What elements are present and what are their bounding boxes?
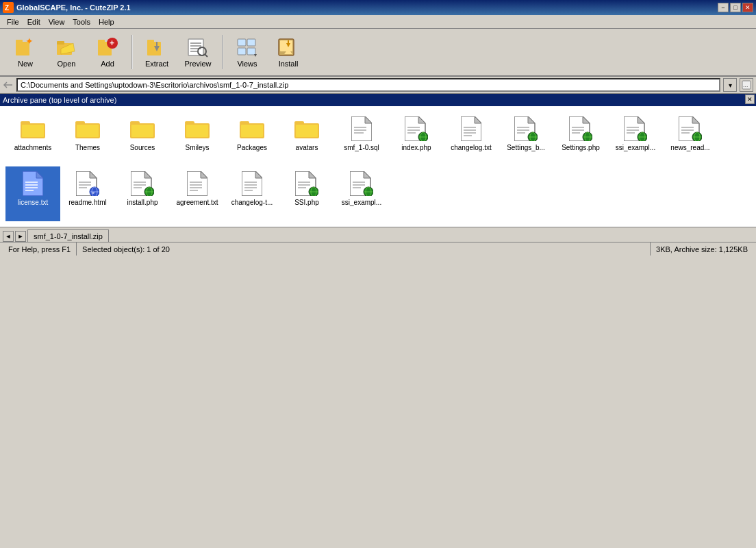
toolbar-open-label: Open (58, 60, 76, 68)
tab-bar: ◄ ► smf_1-0-7_install.zip (0, 227, 756, 242)
menu-bar: File Edit View Tools Help (0, 15, 756, 29)
folder-sources-label: Sources (130, 144, 155, 152)
toolbar-new-button[interactable]: ✦ New (5, 32, 45, 72)
tab-next-button[interactable]: ► (15, 231, 26, 242)
svg-rect-11 (147, 42, 161, 55)
file-changelog-t-label: changelog-t... (231, 199, 273, 207)
file-install-php-label: install.php (127, 199, 158, 207)
menu-edit[interactable]: Edit (23, 16, 45, 27)
file-install-php[interactable]: install.php (115, 166, 170, 221)
file-smf-sql[interactable]: smf_1-0.sql (334, 112, 389, 166)
svg-text:Z: Z (5, 4, 9, 12)
svg-point-81 (583, 132, 592, 141)
file-area: attachments Themes Sources (0, 106, 756, 227)
address-input[interactable] (16, 78, 720, 92)
folder-icon (21, 116, 45, 141)
file-ssi-php[interactable]: SSI.php (279, 166, 334, 221)
file-news-read-label: news_read... (670, 144, 709, 152)
folder-avatars[interactable]: avatars (279, 112, 334, 166)
install-icon (277, 36, 299, 58)
folder-smileys-label: Smileys (185, 144, 209, 152)
toolbar-preview-button[interactable]: Preview (178, 32, 218, 72)
folder-themes[interactable]: Themes (60, 112, 115, 166)
tab-zip-file[interactable]: smf_1-0-7_install.zip (27, 229, 109, 242)
svg-rect-21 (238, 39, 246, 46)
archive-pane-label: Archive pane (top level of archive) (3, 96, 116, 104)
file-changelog-t[interactable]: changelog-t... (225, 166, 279, 221)
folder-attachments-label: attachments (14, 144, 51, 152)
svg-marker-124 (201, 171, 207, 178)
toolbar-install-button[interactable]: Install (268, 32, 308, 72)
file-index-php[interactable]: index.php (389, 112, 444, 166)
tab-prev-button[interactable]: ◄ (3, 231, 14, 242)
file-ssi-expl1[interactable]: ssi_exampl... (608, 112, 663, 166)
folder-icon (130, 116, 155, 141)
file-readme-html[interactable]: e readme.html (60, 166, 115, 221)
file-changelog-txt[interactable]: changelog.txt (444, 112, 499, 166)
svg-point-148 (364, 187, 373, 196)
file-ssi-expl1-label: ssi_exampl... (616, 144, 655, 152)
svg-text:+: + (110, 38, 114, 48)
toolbar-preview-label: Preview (184, 60, 211, 68)
folder-sources[interactable]: Sources (115, 112, 170, 166)
svg-rect-23 (238, 48, 246, 55)
php-file-icon (404, 116, 429, 141)
svg-point-59 (418, 132, 428, 141)
status-size: 3KB, Archive size: 1,125KB (651, 242, 753, 256)
txt-file-icon (459, 116, 483, 141)
file-settings-php[interactable]: Settings.php (553, 112, 608, 166)
svg-rect-26 (280, 40, 292, 51)
file-readme-html-label: readme.html (68, 199, 107, 207)
svg-marker-107 (90, 171, 97, 178)
toolbar-extract-label: Extract (145, 60, 168, 68)
folder-icon (240, 116, 264, 141)
toolbar-new-label: New (18, 60, 33, 68)
svg-rect-42 (186, 125, 208, 137)
folder-icon (185, 116, 210, 141)
svg-rect-22 (247, 39, 255, 46)
menu-file[interactable]: File (3, 16, 23, 27)
file-license-txt[interactable]: license.txt (5, 166, 60, 221)
folder-packages[interactable]: Packages (225, 112, 279, 166)
file-settings-php-label: Settings.php (562, 144, 600, 152)
file-news-read[interactable]: news_read... (663, 112, 718, 166)
close-button[interactable]: ✕ (742, 3, 753, 12)
folder-attachments[interactable]: attachments (5, 112, 60, 166)
window-title: GlobalSCAPE, Inc. - CuteZIP 2.1 (16, 3, 131, 12)
file-smf-sql-label: smf_1-0.sql (344, 144, 379, 152)
svg-marker-55 (418, 116, 425, 123)
open-icon (55, 36, 77, 58)
toolbar-sep-2 (222, 35, 223, 69)
menu-tools[interactable]: Tools (68, 16, 94, 27)
toolbar-add-button[interactable]: + Add (88, 32, 127, 72)
file-grid: attachments Themes Sources (5, 112, 751, 221)
file-settings-b-php[interactable]: Settings_b... (499, 112, 553, 166)
menu-help[interactable]: Help (94, 16, 118, 27)
svg-rect-33 (22, 125, 44, 137)
status-bar: For Help, press F1 Selected object(s): 1… (0, 242, 756, 256)
svg-rect-45 (241, 125, 263, 137)
maximize-button[interactable]: □ (730, 3, 741, 12)
toolbar-extract-button[interactable]: Extract (137, 32, 177, 72)
address-dropdown-button[interactable]: ▾ (723, 78, 737, 92)
file-ssi-php-label: SSI.php (294, 199, 319, 207)
folder-avatars-label: avatars (296, 144, 318, 152)
new-icon: ✦ (14, 36, 36, 58)
menu-view[interactable]: View (45, 16, 69, 27)
svg-rect-3 (16, 40, 23, 43)
php-globe-icon2 (349, 171, 374, 196)
file-agreement-txt[interactable]: agreement.txt (170, 166, 225, 221)
archive-pane-close-button[interactable]: ✕ (745, 95, 755, 104)
folder-smileys[interactable]: Smileys (170, 112, 225, 166)
address-go-button[interactable]: ... (740, 78, 753, 92)
toolbar-open-button[interactable]: Open (47, 32, 86, 72)
svg-rect-24 (247, 48, 255, 55)
svg-text:✦: ✦ (25, 36, 34, 47)
svg-point-73 (528, 132, 538, 141)
svg-point-97 (692, 132, 702, 141)
folder-packages-label: Packages (237, 144, 267, 152)
file-ssi-expl2[interactable]: ssi_exampl... (334, 166, 389, 221)
toolbar-views-button[interactable]: Views (227, 32, 267, 72)
minimize-button[interactable]: − (718, 3, 729, 12)
txt-selected-icon (21, 171, 45, 196)
